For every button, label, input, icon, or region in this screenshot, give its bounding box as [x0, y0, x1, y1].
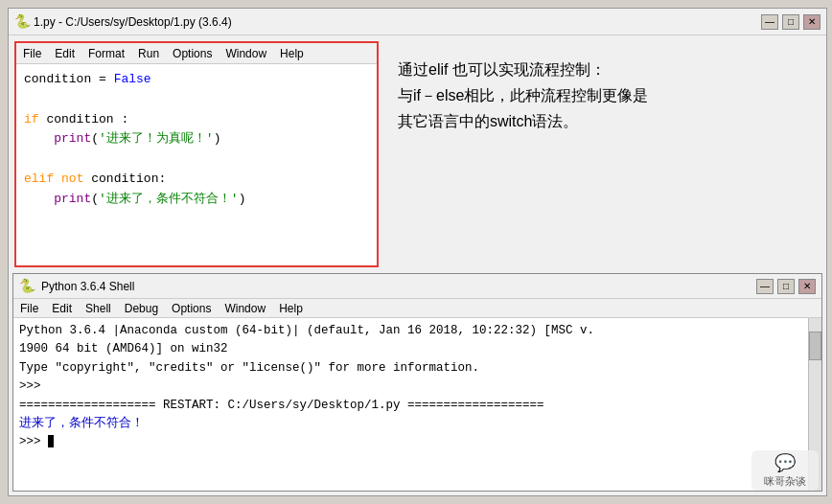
shell-menu-file[interactable]: File	[17, 302, 41, 315]
watermark: 💬 咪哥杂谈	[751, 450, 819, 491]
watermark-text: 咪哥杂谈	[764, 474, 806, 489]
code-content[interactable]: condition = False if condition : print('…	[16, 64, 377, 265]
shell-menu-help[interactable]: Help	[276, 302, 306, 315]
shell-line-5: =================== RESTART: C:/Users/sy…	[19, 397, 802, 415]
shell-menu-edit[interactable]: Edit	[49, 302, 75, 315]
annotation-text: 通过elif 也可以实现流程控制： 与if－else相比，此种流程控制更像是 其…	[398, 57, 648, 135]
close-button[interactable]: ✕	[803, 14, 820, 30]
minimize-button[interactable]: —	[761, 14, 778, 30]
window-title: 1.py - C:/Users/sy/Desktop/1.py (3.6.4)	[34, 15, 758, 29]
shell-menu-options[interactable]: Options	[169, 302, 214, 315]
shell-line-2: 1900 64 bit (AMD64)] on win32	[19, 340, 802, 358]
menu-options[interactable]: Options	[170, 47, 215, 60]
shell-window: 🐍 Python 3.6.4 Shell — □ ✕ File Edit She…	[12, 273, 822, 492]
cursor	[48, 435, 54, 447]
watermark-icon: 💬	[774, 452, 796, 473]
shell-title: Python 3.6.4 Shell	[41, 280, 756, 293]
menu-run[interactable]: Run	[135, 47, 162, 60]
scroll-thumb[interactable]	[809, 332, 821, 360]
code-line-4: print('进来了！为真呢！')	[24, 129, 369, 149]
shell-line-4: >>>	[19, 378, 802, 396]
app-icon: 🐍	[14, 13, 31, 30]
maximize-button[interactable]: □	[782, 14, 799, 30]
shell-menu-debug[interactable]: Debug	[122, 302, 161, 315]
shell-line-7: >>>	[19, 433, 802, 451]
menu-format[interactable]: Format	[85, 47, 127, 60]
menu-window[interactable]: Window	[222, 47, 269, 60]
shell-close-button[interactable]: ✕	[798, 279, 816, 294]
main-window: 🐍 1.py - C:/Users/sy/Desktop/1.py (3.6.4…	[8, 8, 827, 496]
shell-icon: 🐍	[19, 278, 35, 294]
code-line-7: print('进来了，条件不符合！')	[24, 190, 369, 210]
code-line-2	[24, 90, 369, 110]
editor-menu-bar: File Edit Format Run Options Window Help	[16, 43, 377, 64]
code-line-1: condition = False	[24, 70, 369, 90]
shell-line-1: Python 3.6.4 |Anaconda custom (64-bit)| …	[19, 322, 802, 340]
shell-menu-shell[interactable]: Shell	[82, 302, 114, 315]
menu-file[interactable]: File	[20, 47, 44, 60]
code-line-5	[24, 149, 369, 170]
shell-menu-bar: File Edit Shell Debug Options Window Hel…	[13, 299, 821, 318]
shell-line-6: 进来了，条件不符合！	[19, 415, 802, 433]
code-line-6: elif not condition:	[24, 170, 369, 190]
shell-content[interactable]: Python 3.6.4 |Anaconda custom (64-bit)| …	[13, 318, 808, 491]
code-editor: File Edit Format Run Options Window Help…	[14, 41, 379, 267]
shell-line-3: Type "copyright", "credits" or "license(…	[19, 359, 802, 378]
shell-menu-window[interactable]: Window	[221, 302, 268, 315]
annotation-panel: 通过elif 也可以实现流程控制： 与if－else相比，此种流程控制更像是 其…	[386, 41, 820, 267]
menu-edit[interactable]: Edit	[52, 47, 78, 60]
menu-help[interactable]: Help	[277, 47, 307, 60]
shell-maximize-button[interactable]: □	[777, 279, 795, 294]
code-line-3: if condition :	[24, 110, 369, 130]
shell-minimize-button[interactable]: —	[756, 279, 774, 294]
